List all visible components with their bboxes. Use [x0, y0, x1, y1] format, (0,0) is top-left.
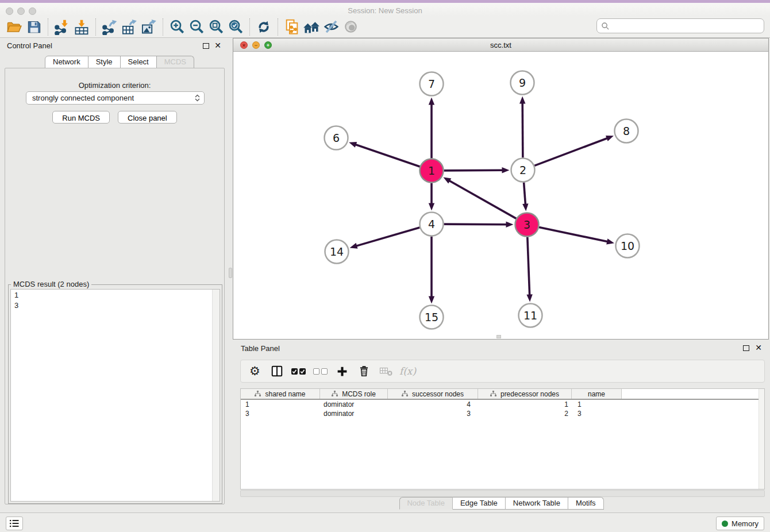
task-history-button[interactable] [6, 516, 23, 530]
graph-edge[interactable] [449, 180, 516, 218]
column-header-shared-name[interactable]: shared name [241, 389, 320, 399]
float-table-panel-icon[interactable] [743, 345, 749, 351]
first-neighbors-icon[interactable] [302, 18, 321, 36]
table-vertical-scrollbar[interactable] [759, 389, 764, 489]
graph-edge-arrowhead [350, 243, 358, 249]
export-image-icon[interactable] [139, 18, 159, 36]
graph-node-label: 1 [428, 164, 435, 177]
mcds-result-list[interactable]: 1 3 [10, 289, 220, 502]
column-header-successor-nodes[interactable]: successor nodes [388, 389, 478, 399]
graph-edge[interactable] [528, 237, 530, 295]
zoom-fit-icon[interactable] [206, 18, 226, 36]
open-session-icon[interactable] [5, 18, 24, 36]
delete-columns-icon[interactable] [356, 363, 372, 380]
export-table-icon[interactable] [120, 18, 139, 36]
search-box[interactable] [596, 18, 764, 33]
column-header-name[interactable]: name [572, 389, 622, 399]
graph-edge-arrowhead [522, 203, 528, 211]
tab-edge-table[interactable]: Edge Table [453, 497, 506, 510]
node-table[interactable]: shared name MCDS role successor nodes pr… [240, 388, 765, 489]
table-settings-icon[interactable]: ⚙ [247, 363, 263, 380]
search-icon [601, 22, 610, 30]
column-attr-icon [255, 391, 261, 397]
function-builder-icon: f(x) [399, 363, 416, 380]
graph-edge-arrowhead [506, 222, 513, 228]
memory-status-icon [722, 521, 728, 527]
chevron-up-down-icon [194, 94, 201, 102]
mcds-result-title: MCDS result (2 nodes) [11, 280, 91, 288]
table-row[interactable]: 3 dominator 3 2 3 [241, 409, 764, 418]
graph-edge-arrowhead [429, 296, 434, 304]
close-panel-icon[interactable]: ✕ [214, 41, 221, 50]
hide-selected-icon[interactable] [321, 18, 341, 36]
network-window-titlebar[interactable]: × − + scc.txt [233, 38, 768, 52]
close-panel-button[interactable]: Close panel [118, 111, 177, 124]
graph-edge[interactable] [524, 182, 526, 205]
table-toolbar: ⚙ f(x) [240, 360, 765, 383]
network-window-title: scc.txt [233, 41, 768, 49]
run-mcds-button[interactable]: Run MCDS [52, 111, 110, 124]
export-network-icon[interactable] [100, 18, 120, 36]
result-scrollbar[interactable] [212, 290, 220, 501]
tab-select[interactable]: Select [121, 56, 157, 68]
tab-style[interactable]: Style [88, 56, 121, 68]
status-bar: Memory [0, 512, 770, 532]
graph-edge-arrowhead [519, 96, 525, 103]
graph-node-label: 14 [330, 245, 344, 258]
float-panel-icon[interactable] [203, 43, 209, 49]
column-header-mcds-role[interactable]: MCDS role [320, 389, 388, 399]
graph-node-label: 15 [425, 311, 438, 323]
insert-column-icon[interactable] [268, 363, 285, 380]
graph-edge-arrowhead [429, 98, 434, 105]
graph-edge-arrowhead [349, 142, 357, 148]
tab-node-table[interactable]: Node Table [399, 497, 453, 510]
zoom-selected-icon[interactable] [226, 18, 245, 36]
table-row[interactable]: 1 dominator 4 1 1 [241, 400, 764, 409]
import-table-icon[interactable] [72, 18, 91, 36]
memory-button[interactable]: Memory [716, 516, 764, 530]
optimization-criterion-select[interactable]: strongly connected component [26, 91, 205, 105]
apply-layout-icon[interactable] [254, 18, 274, 36]
optimization-criterion-label: Optimization criterion: [5, 81, 224, 90]
tab-mcds[interactable]: MCDS [157, 56, 194, 68]
zoom-in-icon[interactable] [167, 18, 187, 36]
close-table-panel-icon[interactable]: ✕ [755, 343, 762, 352]
zoom-out-icon[interactable] [187, 18, 206, 36]
clone-network-icon[interactable] [282, 18, 302, 36]
graph-edge[interactable] [539, 227, 608, 241]
unselect-all-columns-icon[interactable] [312, 363, 329, 380]
search-input[interactable] [610, 20, 764, 32]
network-canvas[interactable]: 7968124314101511 [233, 52, 768, 339]
mcds-panel: Optimization criterion: strongly connect… [5, 68, 225, 504]
mcds-result-item: 1 [11, 290, 220, 300]
graph-node-label: 9 [519, 76, 526, 89]
main-toolbar [0, 16, 770, 38]
tab-network-table[interactable]: Network Table [506, 497, 568, 510]
graph-edge[interactable] [444, 170, 503, 171]
canvas-divider-grip[interactable] [496, 335, 501, 338]
graph-node-label: 2 [519, 164, 526, 176]
graph-node-label: 11 [523, 309, 537, 322]
save-session-icon[interactable] [24, 18, 44, 36]
table-panel: Table Panel ✕ ⚙ f(x) [233, 341, 770, 511]
split-divider-grip[interactable] [229, 268, 232, 278]
graph-node-label: 7 [428, 78, 435, 90]
tab-motifs[interactable]: Motifs [568, 497, 604, 510]
show-all-icon[interactable] [341, 18, 360, 36]
graph-node-label: 8 [623, 125, 630, 137]
graph-edge[interactable] [355, 144, 420, 167]
tab-network[interactable]: Network [45, 56, 88, 68]
graph-edge[interactable] [534, 138, 608, 165]
column-header-predecessor-nodes[interactable]: predecessor nodes [478, 389, 572, 399]
graph-edge[interactable] [444, 224, 507, 225]
os-titlebar: Session: New Session [0, 3, 770, 16]
graph-edge[interactable] [522, 102, 523, 157]
import-network-icon[interactable] [52, 18, 72, 36]
create-column-icon[interactable] [334, 363, 351, 380]
toolbar-separator [249, 18, 250, 36]
graph-edge[interactable] [356, 228, 419, 246]
graph-edge-arrowhead [429, 203, 434, 211]
select-all-columns-icon[interactable] [290, 363, 307, 380]
table-horizontal-scrollbar[interactable] [240, 490, 765, 497]
graph-edge-arrowhead [526, 294, 532, 302]
